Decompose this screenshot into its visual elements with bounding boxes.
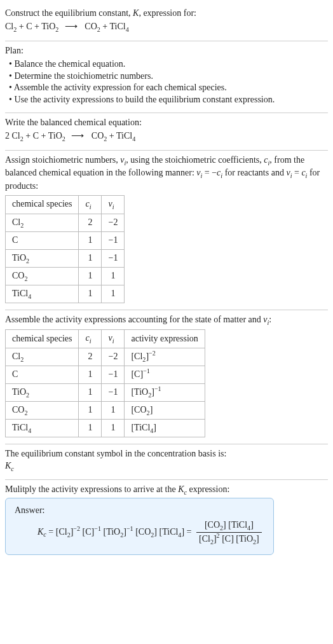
table-row: Cl2 2 −2 [Cl2]−2 <box>6 348 205 366</box>
table-row: C 1 −1 <box>6 231 125 249</box>
cell-ci: 1 <box>79 384 102 402</box>
cell-vi: 1 <box>102 285 125 303</box>
reaction-arrow-icon: ⟶ <box>67 131 89 140</box>
kc-value: Kc <box>5 460 328 473</box>
stoichiometry-section: Assign stoichiometric numbers, νi, using… <box>5 151 328 310</box>
table-header-row: chemical species ci νi activity expressi… <box>6 329 205 348</box>
col-ci: ci <box>79 195 102 214</box>
cell-vi: 1 <box>102 419 125 437</box>
col-species: chemical species <box>6 195 79 214</box>
cell-species: C <box>6 366 79 384</box>
intro-text-a: Construct the equilibrium constant, <box>5 8 133 18</box>
cell-species: CO2 <box>6 401 79 419</box>
kc-fraction: [CO2] [TiCl4] [Cl2]2 [C] [TiO2] <box>196 519 262 545</box>
species-co2: CO2 <box>85 22 100 31</box>
balanced-heading: Write the balanced chemical equation: <box>5 117 328 129</box>
cell-vi: −1 <box>102 384 125 402</box>
species-tio2: TiO2 <box>48 131 65 140</box>
table-row: TiCl4 1 1 <box>6 285 125 303</box>
term-c: [C]−1 <box>83 527 101 537</box>
cell-vi: −1 <box>102 249 125 267</box>
answer-expression: Kc = [Cl2]−2 [C]−1 [TiO2]−1 [CO2] [TiCl4… <box>15 519 264 545</box>
cell-vi: −1 <box>102 366 125 384</box>
plan-heading: Plan: <box>5 45 328 57</box>
species-cl2: Cl2 <box>5 22 17 31</box>
table-row: Cl2 2 −2 <box>6 214 125 232</box>
cell-activity: [CO2] <box>125 401 205 419</box>
cell-species: Cl2 <box>6 348 79 366</box>
cell-ci: 2 <box>79 214 102 232</box>
coefficient: 2 <box>5 131 12 140</box>
col-species: chemical species <box>6 329 79 348</box>
table-header-row: chemical species ci νi <box>6 195 125 214</box>
cell-ci: 1 <box>79 231 102 249</box>
balanced-equation: 2 Cl2 + C + TiO2 ⟶ CO2 + TiCl4 <box>5 130 328 142</box>
cell-activity: [Cl2]−2 <box>125 348 205 366</box>
species-c: C <box>26 22 32 31</box>
kc-symbol-section: The equilibrium constant symbol in the c… <box>5 444 328 479</box>
activity-section: Assemble the activity expressions accoun… <box>5 310 328 444</box>
cell-vi: −2 <box>102 348 125 366</box>
reaction-arrow-icon: ⟶ <box>61 22 83 31</box>
cell-ci: 1 <box>79 249 102 267</box>
col-vi: νi <box>102 329 125 348</box>
cell-ci: 1 <box>79 366 102 384</box>
cell-ci: 2 <box>79 348 102 366</box>
cell-ci: 1 <box>79 419 102 437</box>
term-ticl4: [TiCl4] <box>160 527 185 537</box>
species-ticl4: TiCl4 <box>116 131 135 140</box>
species-cl2: Cl2 <box>12 131 24 140</box>
table-row: C 1 −1 [C]−1 <box>6 366 205 384</box>
plan-item: Balance the chemical equation. <box>5 58 328 71</box>
species-c: C <box>33 131 39 140</box>
cell-species: CO2 <box>6 267 79 285</box>
problem-statement: Construct the equilibrium constant, K, e… <box>5 4 328 41</box>
multiply-heading: Mulitply the activity expressions to arr… <box>5 484 328 497</box>
cell-species: TiO2 <box>6 249 79 267</box>
stoichiometry-table: chemical species ci νi Cl2 2 −2 C 1 −1 T… <box>5 195 125 303</box>
cell-activity: [TiCl4] <box>125 419 205 437</box>
table-row: CO2 1 1 <box>6 267 125 285</box>
cell-species: TiCl4 <box>6 285 79 303</box>
activity-table: chemical species ci νi activity expressi… <box>5 329 205 437</box>
term-tio2: [TiO2]−1 <box>103 527 133 537</box>
table-row: CO2 1 1 [CO2] <box>6 401 205 419</box>
k-symbol: K <box>133 8 139 18</box>
species-ticl4: TiCl4 <box>109 22 128 31</box>
cell-ci: 1 <box>79 401 102 419</box>
cell-species: TiCl4 <box>6 419 79 437</box>
term-cl2: [Cl2]−2 <box>56 527 80 537</box>
cell-ci: 1 <box>79 267 102 285</box>
fraction-denominator: [Cl2]2 [C] [TiO2] <box>196 532 262 545</box>
table-row: TiO2 1 −1 <box>6 249 125 267</box>
cell-species: Cl2 <box>6 214 79 232</box>
plan-item: Use the activity expressions to build th… <box>5 94 328 106</box>
plan-item: Determine the stoichiometric numbers. <box>5 71 328 83</box>
term-co2: [CO2] <box>135 527 157 537</box>
species-co2: CO2 <box>92 131 107 140</box>
stoich-text: Assign stoichiometric numbers, νi, using… <box>5 154 328 193</box>
unbalanced-equation: Cl2 + C + TiO2 ⟶ CO2 + TiCl4 <box>5 21 328 33</box>
cell-vi: −2 <box>102 214 125 232</box>
kc-symbol: K <box>37 527 43 537</box>
answer-box: Answer: Kc = [Cl2]−2 [C]−1 [TiO2]−1 [CO2… <box>5 498 274 555</box>
cell-species: TiO2 <box>6 384 79 402</box>
col-vi: νi <box>102 195 125 214</box>
col-activity: activity expression <box>125 329 205 348</box>
table-row: TiCl4 1 1 [TiCl4] <box>6 419 205 437</box>
intro-text-b: , expression for: <box>139 8 196 18</box>
plan-item: Assemble the activity expression for eac… <box>5 82 328 94</box>
cell-vi: 1 <box>102 401 125 419</box>
table-row: TiO2 1 −1 [TiO2]−1 <box>6 384 205 402</box>
plan-section: Plan: Balance the chemical equation. Det… <box>5 41 328 113</box>
balanced-equation-section: Write the balanced chemical equation: 2 … <box>5 113 328 150</box>
answer-label: Answer: <box>15 505 264 517</box>
multiply-section: Mulitply the activity expressions to arr… <box>5 480 328 561</box>
cell-activity: [TiO2]−1 <box>125 384 205 402</box>
plan-list: Balance the chemical equation. Determine… <box>5 58 328 107</box>
cell-vi: 1 <box>102 267 125 285</box>
cell-ci: 1 <box>79 285 102 303</box>
kc-text: The equilibrium constant symbol in the c… <box>5 448 328 460</box>
activity-heading: Assemble the activity expressions accoun… <box>5 314 328 327</box>
col-ci: ci <box>79 329 102 348</box>
